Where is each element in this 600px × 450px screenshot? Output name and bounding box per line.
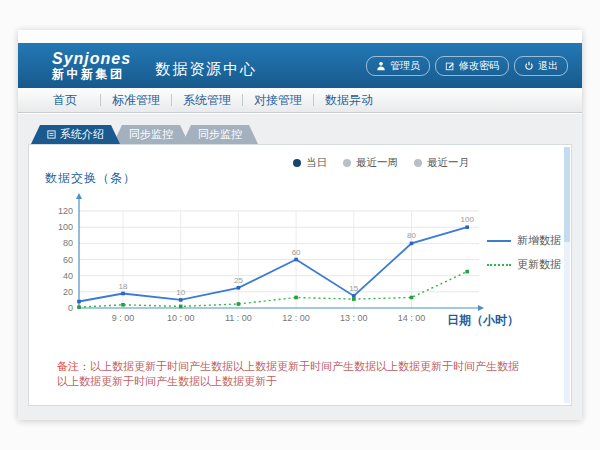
- radio-icon[interactable]: [343, 159, 351, 167]
- filter-label: 最近一月: [427, 156, 469, 170]
- legend-label: 更新数据: [517, 257, 561, 272]
- svg-text:10: 10: [176, 288, 185, 297]
- footnote: 备注：以上数据更新于时间产生数据以上数据更新于时间产生数据以上数据更新于时间产生…: [57, 359, 527, 389]
- svg-text:9 : 00: 9 : 00: [112, 313, 135, 323]
- user-menu-label: 退出: [538, 59, 558, 73]
- user-icon: [376, 61, 386, 71]
- svg-text:0: 0: [68, 303, 73, 313]
- app-window: Synjones 新中新集团 数据资源中心 管理员修改密码退出 首页标准管理系统…: [18, 30, 582, 420]
- tab-1[interactable]: 系统介绍: [31, 125, 120, 144]
- user-menu-edit-button[interactable]: 修改密码: [435, 56, 509, 76]
- filter-option-3[interactable]: 最近一月: [414, 156, 469, 170]
- legend-line-sample: [487, 240, 511, 242]
- svg-text:25: 25: [234, 276, 243, 285]
- footnote-text: 以上数据更新于时间产生数据以上数据更新于时间产生数据以上数据更新于时间产生数据以…: [57, 360, 519, 387]
- scrollbar-thumb[interactable]: [564, 147, 570, 242]
- x-axis-title: 日期（小时）: [447, 312, 519, 329]
- legend-line-sample: [487, 264, 511, 266]
- svg-text:100: 100: [461, 215, 475, 224]
- svg-text:12 : 00: 12 : 00: [282, 313, 310, 323]
- logo-subtext: 新中新集团: [52, 68, 131, 81]
- legend-item-2: 更新数据: [487, 257, 561, 272]
- svg-text:14 : 00: 14 : 00: [398, 313, 426, 323]
- nav-item-3[interactable]: 系统管理: [172, 92, 242, 109]
- nav-item-1[interactable]: 首页: [30, 92, 100, 109]
- filter-label: 当日: [306, 156, 327, 170]
- panel-scrollbar[interactable]: [564, 147, 570, 403]
- user-menu: 管理员修改密码退出: [366, 56, 568, 76]
- svg-text:11 : 00: 11 : 00: [225, 313, 252, 323]
- nav-item-5[interactable]: 数据异动: [314, 92, 384, 109]
- page-title: 数据资源中心: [155, 52, 257, 79]
- svg-text:40: 40: [63, 271, 73, 281]
- logo-text: Synjones: [52, 51, 131, 68]
- main-nav: 首页标准管理系统管理对接管理数据异动: [18, 88, 582, 113]
- filter-label: 最近一周: [356, 156, 398, 170]
- filter-option-1[interactable]: 当日: [293, 156, 327, 170]
- tab-label: 系统介绍: [60, 127, 104, 142]
- y-axis-title: 数据交换（条）: [45, 170, 136, 187]
- footnote-label: 备注：: [57, 360, 90, 372]
- chart-legend: 新增数据更新数据: [487, 233, 561, 272]
- power-icon: [524, 61, 534, 71]
- radio-icon[interactable]: [293, 159, 301, 167]
- date-filter-group: 当日最近一周最近一月: [293, 156, 469, 170]
- document-icon: [47, 129, 56, 141]
- user-menu-label: 修改密码: [459, 59, 499, 73]
- edit-icon: [445, 61, 455, 71]
- user-menu-label: 管理员: [390, 59, 420, 73]
- svg-text:18: 18: [119, 282, 128, 291]
- app-header: Synjones 新中新集团 数据资源中心 管理员修改密码退出: [18, 43, 582, 88]
- tab-3[interactable]: 同步监控: [182, 125, 258, 144]
- svg-text:15: 15: [349, 284, 358, 293]
- svg-text:10 : 00: 10 : 00: [167, 313, 195, 323]
- nav-item-4[interactable]: 对接管理: [243, 92, 313, 109]
- svg-text:80: 80: [63, 238, 73, 248]
- tab-bar: 系统介绍同步监控同步监控: [31, 125, 251, 144]
- window-top-strip: [18, 30, 582, 43]
- line-chart: 0204060801001209 : 0010 : 0011 : 0012 : …: [39, 189, 506, 335]
- chart-panel: 当日最近一周最近一月 数据交换（条） 0204060801001209 : 00…: [28, 144, 572, 406]
- legend-item-1: 新增数据: [487, 233, 561, 248]
- svg-text:60: 60: [292, 248, 301, 257]
- tab-2[interactable]: 同步监控: [113, 125, 189, 144]
- radio-icon[interactable]: [414, 159, 422, 167]
- svg-text:120: 120: [58, 206, 73, 216]
- svg-text:60: 60: [63, 255, 73, 265]
- svg-text:13 : 00: 13 : 00: [340, 313, 368, 323]
- legend-label: 新增数据: [517, 233, 561, 248]
- content-area: 系统介绍同步监控同步监控 当日最近一周最近一月 数据交换（条） 02040608…: [18, 114, 582, 420]
- company-logo: Synjones 新中新集团: [52, 51, 131, 80]
- svg-text:100: 100: [58, 222, 73, 232]
- user-menu-power-button[interactable]: 退出: [514, 56, 568, 76]
- user-menu-user-button[interactable]: 管理员: [366, 56, 430, 76]
- tab-label: 同步监控: [129, 127, 173, 142]
- nav-item-2[interactable]: 标准管理: [101, 92, 171, 109]
- svg-text:80: 80: [407, 231, 416, 240]
- tab-label: 同步监控: [198, 127, 242, 142]
- svg-text:20: 20: [63, 287, 73, 297]
- filter-option-2[interactable]: 最近一周: [343, 156, 398, 170]
